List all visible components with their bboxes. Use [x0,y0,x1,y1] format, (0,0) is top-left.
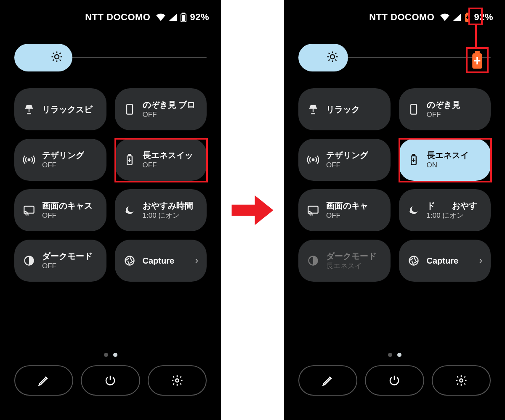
svg-rect-43 [308,206,318,213]
svg-point-22 [125,256,134,265]
carrier-label: NTT DOCOMO [369,12,434,23]
svg-line-11 [60,53,61,54]
quick-tiles-grid: リラックスビ のぞき見 ブロOFF テザリングOFF 長エネスイッOFF 画面の… [14,88,207,282]
brightness-slider[interactable] [14,44,207,71]
tile-title: ダークモード [42,251,93,262]
page-indicator [0,353,221,357]
tile-capture[interactable]: Capture › [399,240,491,282]
carrier-label: NTT DOCOMO [85,12,150,23]
power-button[interactable] [365,365,424,396]
svg-point-13 [28,159,30,161]
tile-sub: OFF [42,161,84,169]
tile-title: リラック [326,104,360,115]
tile-sub: OFF [427,110,460,119]
arrow-right-icon [229,187,276,233]
tile-title: リラックスビ [42,104,93,115]
tile-energy-switch[interactable]: 長エネスイON [399,139,491,181]
phone-icon [407,103,420,115]
svg-point-28 [330,55,335,59]
settings-button[interactable] [148,365,207,396]
tile-bedtime[interactable]: ド おやす1:00 にオン [399,189,491,231]
tile-title: のぞき見 [427,100,460,110]
power-button[interactable] [81,365,140,396]
svg-line-8 [53,53,54,54]
tile-sub: OFF [42,211,93,220]
tile-sub: OFF [326,211,368,220]
tile-title: テザリング [42,150,84,161]
tile-sub: 長エネスイ [326,262,377,270]
bottom-actions [298,365,491,396]
slider-knob[interactable] [298,44,348,71]
tile-cast[interactable]: 画面のキャOFF [298,189,391,231]
svg-point-19 [126,212,127,213]
phone-before: NTT DOCOMO 92% リラックスビ のぞき見 ブロOFF [0,0,221,420]
hotspot-icon [23,154,35,166]
tile-title: 画面のキャス [42,201,93,211]
quick-tiles-grid: リラック のぞき見OFF テザリングOFF 長エネスイON 画面のキャOFF ド… [298,88,491,282]
tile-sub: OFF [143,110,196,119]
signal-icon [453,13,461,21]
svg-rect-12 [127,104,133,114]
tile-tethering[interactable]: テザリングOFF [14,139,106,181]
battery-icon [181,13,186,22]
tile-tethering[interactable]: テザリングOFF [298,139,391,181]
brightness-icon [326,50,339,65]
svg-line-10 [53,60,54,61]
svg-line-33 [329,53,330,54]
tile-relax[interactable]: リラックスビ [14,88,106,130]
svg-line-35 [329,60,330,61]
page-dot [104,353,108,357]
tile-title: Capture [143,256,175,266]
edit-tiles-button[interactable] [14,365,73,396]
svg-line-34 [335,60,337,61]
svg-point-23 [175,379,179,382]
tile-sub: ON [427,161,469,169]
svg-rect-2 [182,15,185,21]
svg-rect-18 [24,206,34,213]
tile-dark-mode[interactable]: ダークモードOFF [14,240,106,282]
tile-title: 長エネスイッ [143,150,193,161]
svg-point-47 [409,256,418,265]
phone-after: NTT DOCOMO 92% リラック のぞき見 [284,0,505,420]
phone-icon [123,103,136,115]
edit-tiles-button[interactable] [298,365,357,396]
tile-title: おやすみ時間 [143,201,193,211]
svg-rect-37 [411,104,417,114]
svg-line-36 [335,53,337,54]
tile-sub: OFF [143,161,193,169]
battery-pct-label: 92% [474,12,493,23]
status-bar: NTT DOCOMO 92% [85,12,209,23]
svg-point-44 [410,212,411,213]
svg-line-9 [60,60,61,61]
chevron-right-icon: › [195,255,198,266]
tile-cast[interactable]: 画面のキャスOFF [14,189,106,231]
slider-knob[interactable] [14,44,72,71]
cast-icon [23,204,35,216]
svg-point-38 [312,159,314,161]
svg-rect-40 [412,154,415,156]
svg-rect-15 [128,154,130,156]
tile-relax[interactable]: リラック [298,88,391,130]
tile-dark-mode-disabled[interactable]: ダークモード長エネスイ [298,240,391,282]
battery-pct-label: 92% [190,12,209,23]
battery-saver-icon [465,13,470,22]
tile-title: 画面のキャ [326,201,368,211]
tile-peek-block[interactable]: のぞき見 ブロOFF [115,88,207,130]
settings-button[interactable] [432,365,491,396]
chevron-right-icon: › [479,255,482,266]
tile-title: Capture [427,256,459,266]
status-bar: NTT DOCOMO 92% [369,12,493,23]
page-dot-active [397,353,401,357]
brightness-slider[interactable] [298,44,491,71]
tile-peek-block[interactable]: のぞき見OFF [399,88,491,130]
tile-energy-switch[interactable]: 長エネスイッOFF [115,139,207,181]
tile-capture[interactable]: Capture › [115,240,207,282]
lamp-icon [23,103,35,115]
tile-sub: 1:00 にオン [143,211,193,220]
page-dot-active [113,353,117,357]
aperture-icon [407,255,420,267]
svg-point-20 [125,211,125,211]
tile-title: のぞき見 ブロ [143,100,196,110]
tile-bedtime[interactable]: おやすみ時間1:00 にオン [115,189,207,231]
contrast-icon [307,255,319,267]
